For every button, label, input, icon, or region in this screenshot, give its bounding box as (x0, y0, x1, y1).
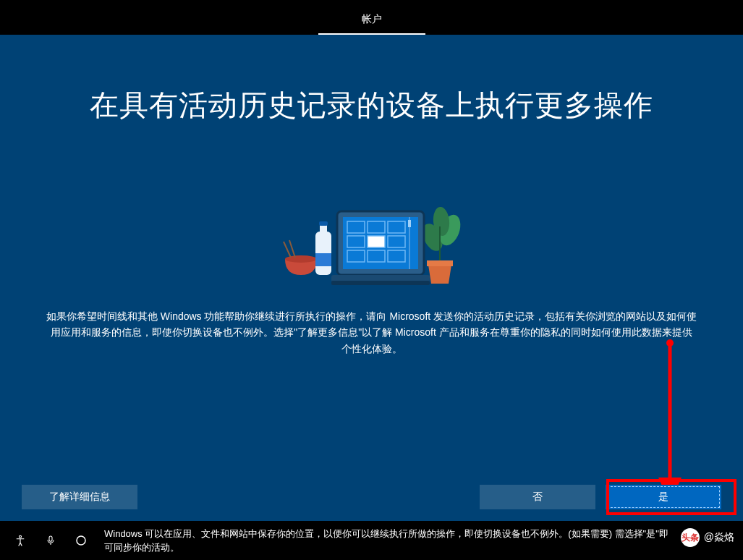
annotation-arrow (655, 339, 684, 505)
svg-point-32 (77, 536, 85, 545)
watermark-logo-icon: 头条 (681, 528, 700, 547)
svg-line-6 (284, 242, 291, 258)
svg-rect-9 (315, 253, 331, 266)
top-tab-bar: 帐户 (0, 0, 743, 35)
activity-history-illustration (278, 194, 466, 288)
yes-button[interactable]: 是 (606, 485, 721, 509)
description-text: 如果你希望时间线和其他 Windows 功能帮助你继续进行所执行的操作，请向 M… (32, 308, 712, 357)
page-title: 在具有活动历史记录的设备上执行更多操作 (90, 85, 653, 125)
svg-rect-0 (427, 260, 453, 266)
learn-more-button[interactable]: 了解详细信息 (22, 485, 137, 509)
footer-bar: Windows 可以在应用、文件和网站中保存你的位置，以便你可以继续执行所做的操… (0, 521, 743, 560)
button-row: 了解详细信息 否 是 (0, 485, 743, 509)
microphone-icon[interactable] (43, 533, 58, 548)
watermark-handle: @焱烙 (704, 531, 734, 544)
main-panel: 在具有活动历史记录的设备上执行更多操作 (0, 35, 743, 521)
circle-icon[interactable] (74, 533, 88, 548)
tab-account[interactable]: 帐户 (318, 4, 425, 35)
no-button[interactable]: 否 (480, 485, 595, 509)
svg-rect-18 (368, 236, 385, 247)
svg-rect-24 (408, 220, 411, 227)
svg-rect-31 (49, 536, 52, 541)
watermark: 头条 @焱烙 (681, 528, 734, 547)
svg-point-30 (20, 535, 22, 538)
svg-rect-11 (319, 221, 328, 226)
accessibility-icon[interactable] (13, 533, 27, 548)
svg-rect-26 (331, 281, 430, 285)
footer-hint-text: Windows 可以在应用、文件和网站中保存你的位置，以便你可以继续执行所做的操… (104, 527, 668, 555)
